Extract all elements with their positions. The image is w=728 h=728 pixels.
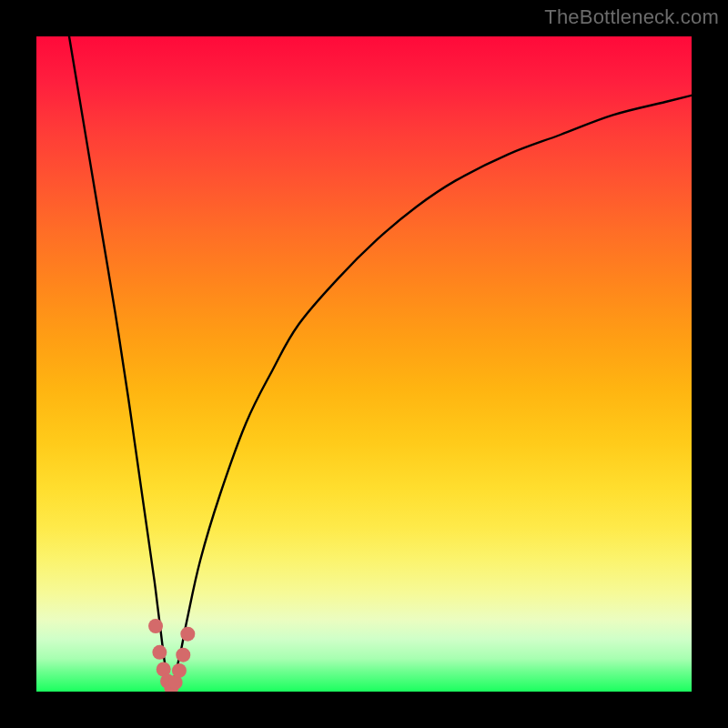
highlight-dots [148, 619, 195, 692]
chart-frame: TheBottleneck.com [0, 0, 728, 728]
highlight-dot [172, 663, 187, 678]
highlight-dot [148, 619, 163, 633]
highlight-dot [176, 648, 190, 662]
chart-svg [36, 36, 692, 692]
highlight-dot [152, 645, 167, 660]
highlight-dot [180, 627, 195, 642]
bottleneck-curve [69, 36, 692, 688]
plot-area [36, 36, 692, 692]
watermark-text: TheBottleneck.com [544, 5, 719, 29]
